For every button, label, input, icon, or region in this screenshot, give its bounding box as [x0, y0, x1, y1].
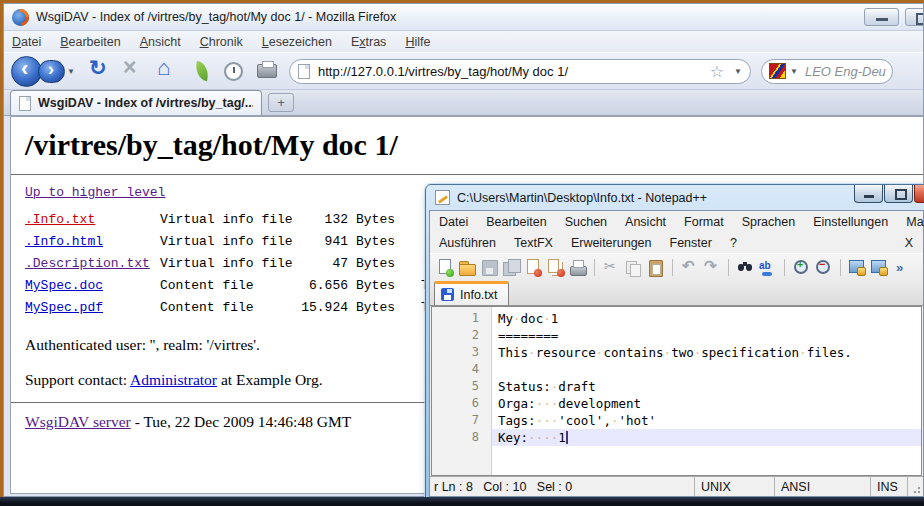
save-all-icon[interactable] — [502, 258, 521, 277]
toolbar-separator — [594, 259, 595, 276]
np-minimize-button[interactable] — [854, 185, 883, 203]
reload-icon[interactable] — [89, 56, 115, 80]
menu-datei[interactable]: Datei — [12, 35, 41, 49]
np-close-button[interactable] — [914, 185, 924, 203]
print-icon[interactable] — [257, 64, 277, 78]
search-engine-dropdown-icon[interactable]: ▼ — [790, 67, 798, 76]
paste-icon[interactable] — [646, 258, 665, 277]
history-dropdown-icon[interactable] — [67, 67, 79, 76]
np-restore-button[interactable] — [884, 185, 913, 203]
file-link[interactable]: .Description.txt — [25, 253, 160, 275]
editor-line[interactable]: This·resource·contains·two·specification… — [492, 344, 921, 361]
menu-hilfe[interactable]: Hilfe — [405, 35, 430, 49]
undo-icon[interactable] — [680, 258, 699, 277]
menu-chronik[interactable]: Chronik — [200, 35, 243, 49]
np-menu-format[interactable]: Format — [684, 215, 724, 229]
resize-grip[interactable] — [907, 477, 923, 496]
tab-wsgidav[interactable]: WsgiDAV - Index of /virtres/by_tag/... — [10, 90, 262, 115]
notepad-statusbar: r Ln : 8 Col : 10 Sel : 0 UNIX ANSI INS — [430, 476, 923, 496]
np-tab-label: Info.txt — [460, 288, 498, 302]
redo-icon[interactable] — [702, 258, 721, 277]
toolbar-overflow-chevron[interactable]: » — [896, 260, 903, 275]
tab-info-txt[interactable]: Info.txt — [434, 281, 509, 305]
home-icon[interactable] — [157, 55, 183, 81]
editor-text-area[interactable]: My·doc·1========This·resource·contains·t… — [492, 307, 921, 475]
bookmark-star-icon[interactable]: ☆ — [710, 62, 724, 81]
np-menu-makro[interactable]: Makro — [906, 215, 924, 229]
np-menu-datei[interactable]: Datei — [439, 215, 468, 229]
sync-v-icon[interactable] — [848, 258, 867, 277]
tab-page-icon — [19, 96, 31, 111]
menu-bearbeiten[interactable]: Bearbeiten — [60, 35, 120, 49]
addon-clock-icon[interactable] — [224, 62, 243, 81]
notepad-menubar-row2: AusführenTextFXErweiterungenFenster?X — [430, 232, 923, 253]
up-to-higher-level-link[interactable]: Up to higher level — [25, 185, 165, 200]
file-type: Content file — [160, 275, 298, 297]
find-icon[interactable] — [736, 258, 755, 277]
new-file-icon[interactable] — [436, 258, 455, 277]
editor-line[interactable]: Orga:···development — [492, 395, 921, 412]
file-size-unit: Bytes — [348, 253, 395, 275]
file-link[interactable]: .Info.html — [25, 231, 160, 253]
url-text[interactable]: http://127.0.0.1/virtres/by_tag/hot/My d… — [318, 64, 710, 79]
page-title: /virtres/by_tag/hot/My doc 1/ — [25, 128, 923, 162]
menu-extras[interactable]: Extras — [351, 35, 386, 49]
np-menu-ausfhren[interactable]: Ausführen — [439, 236, 496, 250]
file-link[interactable]: MySpec.pdf — [25, 297, 160, 319]
editor-line[interactable]: My·doc·1 — [492, 310, 921, 327]
replace-icon[interactable] — [758, 258, 777, 277]
new-tab-button[interactable]: + — [268, 93, 294, 112]
np-menu-sprachen[interactable]: Sprachen — [742, 215, 796, 229]
firefox-titlebar[interactable]: WsgiDAV - Index of /virtres/by_tag/hot/M… — [4, 4, 923, 31]
np-menu-fenster[interactable]: Fenster — [670, 236, 712, 250]
sync-h-icon[interactable] — [870, 258, 889, 277]
addon-leaf-icon[interactable] — [193, 61, 210, 82]
forward-icon[interactable] — [38, 60, 65, 83]
text-editor[interactable]: 12345678 My·doc·1========This·resource·c… — [431, 306, 922, 476]
editor-line[interactable]: Status:·draft — [492, 378, 921, 395]
zoom-in-icon[interactable] — [792, 258, 811, 277]
np-menu-erweiterungen[interactable]: Erweiterungen — [571, 236, 652, 250]
cut-icon[interactable] — [602, 258, 621, 277]
search-box[interactable]: ▼ LEO Eng-Deu — [761, 59, 893, 84]
line-number: 7 — [432, 412, 491, 429]
close-file-icon[interactable] — [524, 258, 543, 277]
editor-line[interactable]: Key:····1 — [492, 429, 921, 446]
firefox-logo-icon — [12, 9, 29, 26]
minimize-button[interactable] — [864, 8, 899, 26]
stop-icon[interactable] — [123, 54, 149, 81]
file-link[interactable]: MySpec.doc — [25, 275, 160, 297]
administrator-link[interactable]: Administrator — [130, 371, 217, 388]
menu-ansicht[interactable]: Ansicht — [140, 35, 181, 49]
file-link[interactable]: .Info.txt — [25, 209, 160, 231]
np-menu-suchen[interactable]: Suchen — [565, 215, 607, 229]
url-bar[interactable]: http://127.0.0.1/virtres/by_tag/hot/My d… — [289, 59, 751, 84]
copy-icon[interactable] — [624, 258, 643, 277]
editor-line[interactable]: ======== — [492, 327, 921, 344]
maximize-button[interactable] — [905, 8, 924, 26]
np-menu-bearbeiten[interactable]: Bearbeiten — [486, 215, 546, 229]
file-size: 15.924 — [298, 297, 348, 319]
menu-lesezeichen[interactable]: Lesezeichen — [262, 35, 332, 49]
np-menu-ansicht[interactable]: Ansicht — [625, 215, 666, 229]
notepad-titlebar[interactable]: C:\Users\Martin\Desktop\Info.txt - Notep… — [426, 185, 924, 210]
save-icon[interactable] — [480, 258, 499, 277]
zoom-out-icon[interactable] — [814, 258, 833, 277]
open-folder-icon[interactable] — [458, 258, 477, 277]
print-icon[interactable] — [568, 258, 587, 277]
eol-format-status[interactable]: UNIX — [694, 477, 774, 496]
wsgidav-server-link[interactable]: WsgiDAV server — [25, 413, 131, 430]
np-menu-?[interactable]: ? — [730, 236, 737, 250]
editor-line[interactable] — [492, 361, 921, 378]
editor-line[interactable]: Tags:···'cool',·'hot' — [492, 412, 921, 429]
encoding-status[interactable]: ANSI — [774, 477, 870, 496]
search-placeholder[interactable]: LEO Eng-Deu — [805, 64, 886, 79]
np-menu-textfx[interactable]: TextFX — [514, 236, 553, 250]
leo-search-engine-icon[interactable] — [769, 63, 786, 79]
np-menu-close-button[interactable]: X — [905, 236, 913, 250]
url-dropdown-icon[interactable]: ▼ — [734, 67, 742, 76]
np-menu-einstellungen[interactable]: Einstellungen — [813, 215, 888, 229]
file-size: 6.656 — [298, 275, 348, 297]
insert-mode-status[interactable]: INS — [870, 477, 907, 496]
close-all-icon[interactable] — [546, 258, 565, 277]
